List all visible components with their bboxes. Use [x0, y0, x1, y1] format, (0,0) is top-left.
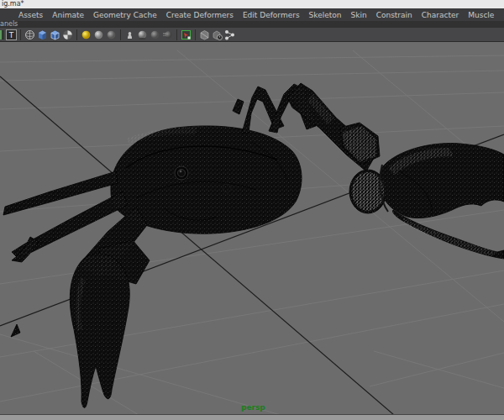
- toolbar-separator: [76, 29, 77, 40]
- menu-create-deformers[interactable]: Create Deformers: [166, 11, 234, 19]
- menu-edit-deformers[interactable]: Edit Deformers: [243, 11, 300, 19]
- menu-muscle[interactable]: Muscle: [468, 11, 494, 19]
- xray-active-cube-icon[interactable]: [212, 29, 223, 40]
- occlusion-sphere-icon[interactable]: [150, 29, 160, 40]
- toolbar-separator: [195, 29, 196, 40]
- manipulator-t-icon[interactable]: T: [6, 29, 17, 40]
- perspective-viewport[interactable]: persp: [0, 42, 504, 414]
- panel-menu-row: anels: [0, 21, 504, 28]
- bottom-panel-edge: [0, 414, 504, 420]
- menu-geometry-cache[interactable]: Geometry Cache: [93, 11, 157, 19]
- toolbar-separator: [176, 29, 177, 40]
- shaded-sphere-icon[interactable]: [106, 29, 117, 40]
- window-title: ig.ma*: [0, 0, 504, 8]
- motionblur-sphere-icon[interactable]: [162, 29, 173, 40]
- menu-character[interactable]: Character: [422, 11, 459, 19]
- xray-joints-icon[interactable]: [224, 29, 235, 40]
- menu-animate[interactable]: Animate: [52, 11, 84, 19]
- textured-sphere-icon[interactable]: [62, 29, 73, 40]
- clipped-icon[interactable]: [0, 29, 4, 40]
- default-material-sphere-icon[interactable]: [93, 29, 104, 40]
- panels-menu[interactable]: anels: [0, 20, 18, 28]
- toolbar-separator: [120, 29, 121, 40]
- menu-bar: Assets Animate Geometry Cache Create Def…: [0, 8, 504, 21]
- wireframe-on-shaded-cube-icon[interactable]: [50, 29, 60, 40]
- viewport-toolbar: T: [0, 28, 504, 42]
- camera-label: persp: [241, 403, 265, 412]
- crab-model[interactable]: [3, 83, 504, 408]
- use-all-lights-icon[interactable]: [81, 29, 92, 40]
- smooth-shade-cube-icon[interactable]: [37, 29, 48, 40]
- svg-text:T: T: [8, 31, 14, 39]
- wireframe-sphere-icon[interactable]: [24, 29, 35, 40]
- default-material-bust-icon[interactable]: [124, 29, 135, 40]
- isolate-select-icon[interactable]: [181, 29, 192, 40]
- window-title-text: ig.ma*: [2, 0, 24, 8]
- shadows-sphere-icon[interactable]: [137, 29, 148, 40]
- menu-assets[interactable]: Assets: [18, 11, 43, 19]
- toolbar-separator: [20, 29, 21, 40]
- menu-constrain[interactable]: Constrain: [376, 11, 412, 19]
- grid-axis-lines: [0, 76, 504, 414]
- viewport-render: [0, 42, 504, 414]
- menu-skin[interactable]: Skin: [351, 11, 367, 19]
- xray-cube-icon[interactable]: [199, 29, 210, 40]
- menu-skeleton[interactable]: Skeleton: [309, 11, 342, 19]
